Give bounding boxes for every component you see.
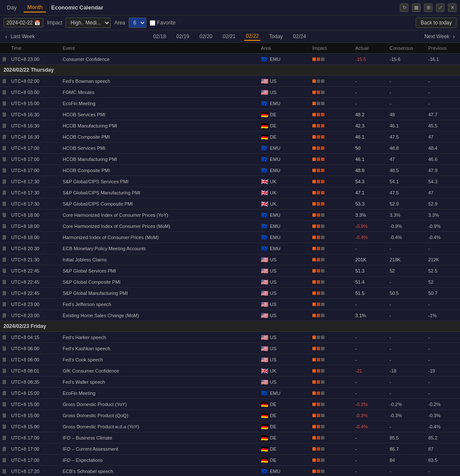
table-row[interactable]: UTC+8 22:45S&P Global Composite PMI🇺🇸US5… (0, 276, 460, 288)
table-row[interactable]: UTC+8 16:30HCOB Services PMI🇩🇪DE48.24847… (0, 109, 460, 120)
event-time: UTC+8 16:30 (9, 111, 60, 118)
table-row[interactable]: UTC+8 23:00Existing Home Sales Change (M… (0, 310, 460, 321)
impact-bars (312, 447, 350, 451)
tab-month[interactable]: Month (24, 3, 46, 12)
area-code: US (270, 90, 276, 95)
table-row[interactable]: UTC+8 06:00Fed's Cook speech🇺🇸US--- (0, 354, 460, 365)
event-actual: - (353, 88, 387, 96)
event-consensus: 48.5 (387, 167, 426, 174)
nav-date-0219[interactable]: 02/19 (175, 33, 191, 40)
next-week-arrow[interactable]: › (451, 32, 457, 41)
table-row[interactable]: UTC+8 16:30HCOB Composite PMI🇩🇪DE46.147.… (0, 131, 460, 142)
favorite-checkbox[interactable] (150, 20, 155, 26)
event-name: EcoFin Meeting (60, 100, 258, 107)
impact-bar-1 (317, 458, 320, 462)
last-week-label[interactable]: Last Week (11, 33, 35, 39)
event-actual: 51.5 (353, 289, 387, 297)
nav-date-0221[interactable]: 02/21 (221, 33, 237, 40)
table-row[interactable]: UTC+8 17:00HCOB Services PMI🇪🇺EMU5048.84… (0, 142, 460, 154)
row-bookmark-icon (0, 390, 9, 397)
table-row[interactable]: UTC+8 15:00Gross Domestic Product (YoY)🇩… (0, 399, 460, 410)
impact-bar-0 (312, 269, 316, 273)
table-row[interactable]: UTC+8 16:30HCOB Manufacturing PMI🇩🇪DE42.… (0, 120, 460, 131)
impact-select[interactable]: High.. Medi... (66, 18, 111, 28)
nav-date-0222[interactable]: 02/22 (244, 32, 260, 41)
impact-bars (312, 169, 350, 172)
event-actual: - (353, 456, 387, 464)
area-code: US (270, 302, 276, 307)
table-row[interactable]: UTC+8 15:00EcoFin Meeting🇪🇺EMU--- (0, 98, 460, 109)
table-row[interactable]: UTC+8 08:01GfK Consumer Confidence🇬🇧UK-2… (0, 365, 460, 376)
table-row[interactable]: UTC+8 04:15Fed's Harker speech🇺🇸US--- (0, 332, 460, 343)
table-row[interactable]: UTC+8 17:00IFO – Business Climate🇩🇪DE-85… (0, 432, 460, 443)
area-flag: 🇪🇺 (261, 212, 268, 218)
close-icon[interactable]: ✕ (448, 3, 457, 12)
table-row[interactable]: UTC+8 17:30S&P Global/CIPS Manufacturing… (0, 187, 460, 198)
refresh-icon[interactable]: ↻ (400, 3, 409, 12)
event-area: 🇺🇸US (258, 76, 310, 86)
table-row[interactable]: UTC+8 15:00Gross Domestic Product w.d.a … (0, 421, 460, 432)
impact-bar-0 (312, 102, 316, 105)
event-impact (310, 424, 353, 430)
impact-bar-2 (321, 102, 324, 105)
impact-bar-1 (317, 213, 320, 217)
prev-week-arrow[interactable]: ‹ (3, 32, 9, 41)
table-row[interactable]: UTC+8 23:00Consumer Confidence🇪🇺EMU-15.5… (0, 54, 460, 65)
table-row[interactable]: UTC+8 22:45S&P Global Manufacturing PMI🇺… (0, 288, 460, 299)
event-actual: - (353, 77, 387, 85)
area-flag: 🇪🇺 (261, 468, 268, 475)
table-row[interactable]: UTC+8 06:00Fed's Kashkari speech🇺🇸US--- (0, 343, 460, 354)
table-row[interactable]: UTC+8 08:35Fed's Waller speech🇺🇸US--- (0, 376, 460, 388)
back-to-today-button[interactable]: Back to today (416, 18, 457, 28)
table-row[interactable]: UTC+8 23:00Fed's Jefferson speech🇺🇸US--- (0, 299, 460, 310)
nav-date-0220[interactable]: 02/20 (198, 33, 214, 40)
filter-bar: 2024-02-22 📅 Impact High.. Medi... Area … (0, 15, 460, 30)
table-row[interactable]: UTC+8 21:30Initial Jobless Claims🇺🇸US201… (0, 254, 460, 265)
table-row[interactable]: UTC+8 17:30S&P Global/CIPS Services PMI🇬… (0, 176, 460, 187)
next-week-label[interactable]: Next Week (424, 33, 449, 39)
impact-bar-2 (321, 403, 324, 406)
nav-date-0224[interactable]: 02/24 (291, 33, 308, 40)
layout-icon[interactable]: ⊞ (424, 3, 433, 12)
row-bookmark-icon (0, 367, 9, 374)
expand-icon[interactable]: ⤢ (436, 3, 445, 12)
table-row[interactable]: UTC+8 17:00HCOB Manufacturing PMI🇪🇺EMU46… (0, 154, 460, 165)
event-previous: 52.9 (426, 200, 460, 208)
date-picker[interactable]: 2024-02-22 📅 (3, 18, 43, 27)
table-row[interactable]: UTC+8 15:00Gross Domestic Product (QoQ)🇩… (0, 410, 460, 421)
table-row[interactable]: UTC+8 18:00Core Harmonized Index of Cons… (0, 221, 460, 232)
event-previous: 50.7 (426, 289, 460, 297)
table-row[interactable]: UTC+8 15:00EcoFin Meeting🇪🇺EMU--- (0, 388, 460, 399)
event-consensus: 47 (387, 155, 426, 163)
table-icon[interactable]: ▦ (412, 3, 421, 12)
row-bookmark-icon (0, 156, 9, 163)
table-row[interactable]: UTC+8 17:00HCOB Composite PMI🇪🇺EMU48.948… (0, 165, 460, 176)
table-row[interactable]: UTC+8 18:00Harmonized Index of Consumer … (0, 232, 460, 243)
event-actual: - (353, 467, 387, 475)
table-row[interactable]: UTC+8 17:00IFO – Expectations🇩🇪DE-8483.5 (0, 455, 460, 466)
impact-bars (312, 146, 350, 150)
impact-bar-1 (317, 403, 320, 406)
table-row[interactable]: UTC+8 17:30S&P Global/CIPS Composite PMI… (0, 198, 460, 209)
table-row[interactable]: UTC+8 17:00IFO – Current Assessment🇩🇪DE-… (0, 443, 460, 455)
event-area: 🇩🇪DE (258, 110, 310, 119)
table-row[interactable]: UTC+8 18:00Core Harmonized Index of Cons… (0, 209, 460, 221)
area-code: US (270, 291, 276, 296)
area-select[interactable]: 6 (129, 18, 146, 28)
table-row[interactable]: UTC+8 03:00FOMC Minutes🇺🇸US--- (0, 87, 460, 98)
row-bookmark-icon (0, 178, 9, 185)
impact-bar-0 (312, 447, 316, 451)
area-flag: 🇩🇪 (261, 434, 268, 441)
nav-date-0218[interactable]: 02/18 (151, 33, 168, 40)
table-row[interactable]: UTC+8 02:00Fed's Bowman speech🇺🇸US--- (0, 76, 460, 87)
table-row[interactable]: UTC+8 20:30ECB Monetary Policy Meeting A… (0, 243, 460, 254)
impact-bar-0 (312, 247, 316, 250)
tab-day[interactable]: Day (3, 3, 20, 12)
impact-bar-1 (317, 314, 320, 317)
event-name: Gross Domestic Product w.d.a (YoY) (60, 423, 258, 431)
area-code: DE (270, 402, 276, 407)
nav-today[interactable]: Today (267, 33, 284, 40)
table-row[interactable]: UTC+8 22:45S&P Global Services PMI🇺🇸US51… (0, 265, 460, 276)
row-bookmark-icon (0, 312, 9, 319)
table-row[interactable]: UTC+8 17:20ECB's Schnabel speech🇪🇺EMU--- (0, 466, 460, 476)
